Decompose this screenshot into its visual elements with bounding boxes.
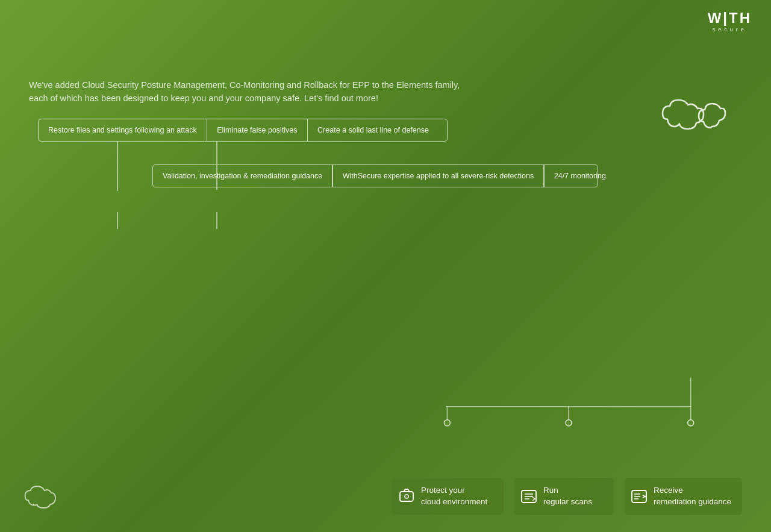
second-banner-item-1: Validation, investigation & remediation …	[153, 167, 332, 185]
cspm-benefit-2-text: Runregular scans	[543, 485, 603, 508]
svg-point-26	[444, 420, 450, 426]
cspm-benefit-3-icon	[631, 488, 648, 505]
top-banner-item-2: Eliminate false positives	[207, 121, 307, 139]
cspm-benefit-1-text: Protect yourcloud environment	[421, 485, 493, 508]
cspm-benefit-2-icon	[520, 488, 537, 505]
cspm-benefits-row: Protect yourcloud environment Runregular…	[392, 478, 742, 515]
connector-lines-products	[29, 212, 742, 229]
cspm-benefit-3-text: Receiveremediation guidance	[654, 485, 731, 508]
cspm-benefit-1-icon	[398, 488, 415, 505]
top-banner-item-1: Restore files and settings following an …	[39, 121, 207, 139]
cspm-benefit-3: Receiveremediation guidance	[625, 478, 742, 515]
svg-point-30	[405, 495, 408, 498]
top-banner: Restore files and settings following an …	[38, 119, 448, 142]
cspm-benefit-2: Runregular scans	[514, 478, 614, 515]
logo-sub: secure	[708, 27, 752, 33]
second-banner-item-3: 24/7 monitoring	[545, 167, 616, 185]
logo-main: W|TH	[708, 11, 752, 25]
second-banner: Validation, investigation & remediation …	[152, 164, 598, 187]
top-banner-item-3: Create a solid last line of defense	[308, 121, 439, 139]
banners-area: Restore files and settings following an …	[29, 119, 742, 187]
svg-point-28	[688, 420, 694, 426]
second-banner-item-2: WithSecure expertise applied to all seve…	[333, 167, 544, 185]
page-subtitle: We've added Cloud Security Posture Manag…	[29, 78, 481, 105]
cspm-benefit-1: Protect yourcloud environment	[392, 478, 504, 515]
pre-products-connectors	[29, 212, 742, 229]
logo: W|TH secure	[708, 11, 752, 33]
bottom-section: Protect yourcloud environment Runregular…	[29, 332, 742, 520]
svg-rect-29	[400, 492, 413, 501]
svg-point-27	[566, 420, 572, 426]
